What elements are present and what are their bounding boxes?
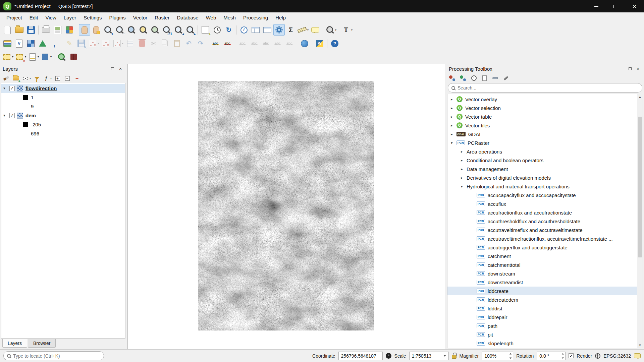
render-checkbox[interactable]: ✓ — [569, 353, 574, 358]
group-pcraster[interactable]: ▾PCRPCRaster — [447, 138, 637, 147]
add-vector-layer-button[interactable]: V — [13, 38, 25, 49]
layer-checkbox[interactable]: ✓ — [9, 113, 15, 118]
save-project-button[interactable] — [25, 24, 37, 36]
python-console-button[interactable]: Py — [314, 38, 325, 49]
float-panel-button[interactable] — [109, 66, 116, 72]
collapse-all-button[interactable]: − — [63, 74, 72, 83]
algorithm-path[interactable]: PCRpath — [447, 321, 637, 330]
zoom-in-button[interactable]: + — [102, 24, 114, 36]
spin-up-icon[interactable] — [562, 353, 564, 354]
algorithm-accucapacityflux-and-accucapacitystate[interactable]: PCRaccucapacityflux and accucapacitystat… — [447, 191, 637, 199]
open-layer-options-button[interactable]: ▾ — [40, 51, 52, 63]
menu-database[interactable]: Database — [173, 12, 202, 23]
menu-plugins[interactable]: Plugins — [106, 12, 129, 23]
current-edits-button[interactable]: ▾ — [87, 38, 100, 49]
delete-selected-button[interactable] — [136, 38, 148, 49]
open-layer-styling-button[interactable] — [2, 74, 11, 83]
algorithm-accuthresholdflux-and-accuthresholdstate[interactable]: PCRaccuthresholdflux and accuthresholdst… — [447, 217, 637, 226]
crs-globe-icon[interactable] — [595, 353, 600, 359]
group-vector-table[interactable]: ▸QVector table — [447, 112, 637, 121]
filter-legend-expression-button[interactable]: ƒ▾ — [42, 74, 52, 83]
menu-settings[interactable]: Settings — [80, 12, 105, 23]
expand-arrow-icon[interactable]: ▾ — [461, 184, 467, 189]
algorithm-catchmenttotal[interactable]: PCRcatchmenttotal — [447, 260, 637, 269]
layer-item-dem[interactable]: ▾✓dem — [1, 111, 125, 120]
algorithm-pit[interactable]: PCRpit — [447, 330, 637, 339]
expand-arrow-icon[interactable]: ▸ — [451, 106, 457, 110]
algorithm-accutraveltimeflux-and-accutraveltimestate[interactable]: PCRaccutraveltimeflux and accutraveltime… — [447, 226, 637, 234]
menu-help[interactable]: Help — [272, 12, 289, 23]
expand-arrow-icon[interactable]: ▸ — [461, 176, 467, 180]
map-canvas[interactable] — [127, 64, 445, 349]
metasearch-button[interactable] — [299, 38, 310, 49]
open-attribute-table-button[interactable] — [250, 24, 261, 36]
zoom-last-button[interactable]: ◂ — [173, 24, 184, 36]
algorithm-lddcreatedem[interactable]: PCRlddcreatedem — [447, 295, 637, 304]
zoom-next-button[interactable]: ▸ — [184, 24, 196, 36]
move-label-button[interactable]: abc — [272, 38, 283, 49]
menu-web[interactable]: Web — [202, 12, 220, 23]
show-statistics-button[interactable]: Σ — [285, 24, 297, 36]
expand-arrow-icon[interactable]: ▸ — [451, 115, 457, 119]
group-conditional-and-boolean-operators[interactable]: ▸Conditional and boolean operators — [447, 156, 637, 165]
text-annotation-button[interactable]: T▾ — [341, 24, 353, 36]
pan-map-button[interactable] — [79, 24, 90, 36]
algorithm-lddrepair[interactable]: PCRlddrepair — [447, 313, 637, 321]
filter-legend-button[interactable] — [32, 74, 41, 83]
dropdown-arrow-icon[interactable]: ▾ — [30, 77, 31, 80]
menu-edit[interactable]: Edit — [26, 12, 42, 23]
dropdown-arrow-icon[interactable]: ▾ — [122, 42, 123, 45]
group-vector-overlay[interactable]: ▸QVector overlay — [447, 95, 637, 104]
scale-combo[interactable]: 1:750513 — [409, 352, 449, 360]
spin-up-icon[interactable] — [509, 353, 512, 354]
vertex-tool-button[interactable]: ▾ — [112, 38, 124, 49]
copy-features-button[interactable] — [160, 38, 171, 49]
open-project-button[interactable] — [13, 24, 25, 36]
history-button[interactable] — [469, 74, 478, 83]
new-project-button[interactable] — [2, 24, 13, 36]
add-feature-button[interactable] — [100, 38, 111, 49]
layer-labeling-options-button[interactable]: abc — [210, 38, 221, 49]
close-button[interactable]: × — [625, 0, 644, 12]
menu-mesh[interactable]: Mesh — [220, 12, 239, 23]
expand-arrow-icon[interactable]: ▸ — [451, 123, 457, 128]
expand-arrow-icon[interactable]: ▸ — [461, 167, 467, 171]
algorithm-accufractionflux-and-accufractionstate[interactable]: PCRaccufractionflux and accufractionstat… — [447, 208, 637, 217]
spin-down-icon[interactable] — [562, 357, 564, 359]
menu-project[interactable]: Project — [3, 12, 26, 23]
edit-features-in-place-button[interactable] — [491, 74, 500, 83]
temporal-controller-button[interactable] — [211, 24, 223, 36]
rotate-label-button[interactable]: abc — [284, 38, 295, 49]
locate-input[interactable] — [13, 353, 100, 359]
add-delimited-text-layer-button[interactable]: , — [49, 38, 60, 49]
scrollbar-track[interactable] — [637, 100, 643, 343]
algorithm-accutraveltimefractionflux-accutraveltimefractionstate[interactable]: PCRaccutraveltimefractionflux, accutrave… — [447, 234, 637, 243]
spin-arrows[interactable] — [561, 353, 564, 359]
undo-button[interactable]: ↶ — [183, 38, 195, 49]
remove-layer-button[interactable]: − — [72, 74, 82, 83]
new-map-view-button[interactable]: + — [200, 24, 211, 36]
layer-checkbox[interactable]: ✓ — [9, 86, 15, 91]
expand-arrow-icon[interactable]: ▾ — [3, 86, 9, 90]
menu-processing[interactable]: Processing — [239, 12, 272, 23]
workflows-button[interactable] — [459, 74, 468, 83]
dropdown-arrow-icon[interactable]: ▾ — [25, 55, 26, 58]
style-manager-button[interactable] — [64, 24, 75, 36]
layer-item-flowdirection[interactable]: ▾✓flowdirection — [1, 84, 125, 93]
dropdown-arrow-icon[interactable]: ▾ — [351, 28, 353, 32]
menu-raster[interactable]: Raster — [151, 12, 173, 23]
processing-toolbox-toggle-button[interactable] — [273, 24, 285, 36]
zoom-native-resolution-button[interactable]: 1:1 — [161, 24, 172, 36]
data-source-manager-button[interactable] — [2, 38, 13, 49]
menu-vector[interactable]: Vector — [129, 12, 151, 23]
rotation-spinbox[interactable]: 0,0 ° — [537, 352, 566, 360]
geocoder-search-button[interactable]: ▾ — [325, 24, 337, 36]
algorithm-accutriggerflux-and-accutriggerstate[interactable]: PCRaccutriggerflux and accutriggerstate — [447, 243, 637, 252]
dropdown-arrow-icon[interactable]: ▾ — [335, 28, 336, 32]
close-panel-button[interactable]: × — [117, 66, 124, 72]
zoom-out-button[interactable]: − — [114, 24, 125, 36]
lock-scale-icon[interactable] — [452, 355, 457, 359]
open-statistical-summary-button[interactable] — [262, 24, 273, 36]
pin-unpin-labels-button[interactable]: abc — [249, 38, 260, 49]
algorithm-slopelength[interactable]: PCRslopelength — [447, 339, 637, 348]
